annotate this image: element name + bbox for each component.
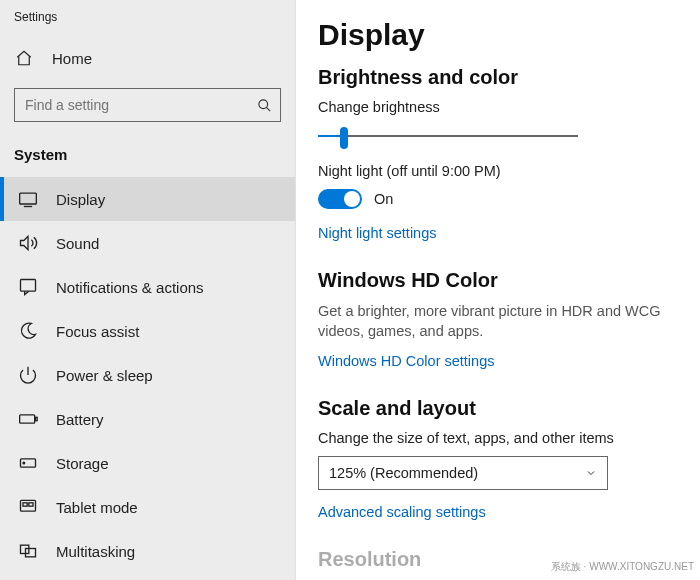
svg-rect-7 — [20, 415, 35, 423]
slider-thumb[interactable] — [340, 127, 348, 149]
display-icon — [18, 189, 38, 209]
heading-brightness-color: Brightness and color — [318, 66, 680, 89]
link-hd-color-settings[interactable]: Windows HD Color settings — [318, 353, 494, 369]
svg-rect-2 — [20, 193, 37, 204]
heading-hd-color: Windows HD Color — [318, 269, 680, 292]
svg-point-0 — [259, 99, 268, 108]
nav-item-label: Multitasking — [56, 543, 135, 560]
nav-item-focus-assist[interactable]: Focus assist — [0, 309, 295, 353]
tablet-icon — [18, 497, 38, 517]
link-advanced-scaling[interactable]: Advanced scaling settings — [318, 504, 486, 520]
app-title: Settings — [0, 6, 295, 38]
hd-color-description: Get a brighter, more vibrant picture in … — [318, 302, 680, 341]
chevron-down-icon — [585, 467, 597, 479]
nav-item-label: Battery — [56, 411, 104, 428]
svg-line-1 — [266, 107, 270, 111]
night-light-toggle-state: On — [374, 191, 393, 207]
heading-scale-layout: Scale and layout — [318, 397, 680, 420]
nav-item-notifications[interactable]: Notifications & actions — [0, 265, 295, 309]
scale-dropdown[interactable]: 125% (Recommended) — [318, 456, 608, 490]
power-icon — [18, 365, 38, 385]
focus-assist-icon — [18, 321, 38, 341]
label-change-brightness: Change brightness — [318, 99, 680, 115]
nav-item-label: Focus assist — [56, 323, 139, 340]
nav-item-label: Storage — [56, 455, 109, 472]
nav-item-storage[interactable]: Storage — [0, 441, 295, 485]
svg-point-10 — [23, 462, 25, 464]
home-icon — [14, 48, 34, 68]
scale-dropdown-value: 125% (Recommended) — [329, 465, 478, 481]
settings-sidebar: Settings Home System Display Sound — [0, 0, 296, 580]
link-night-light-settings[interactable]: Night light settings — [318, 225, 436, 241]
search-icon — [257, 98, 272, 113]
label-night-light: Night light (off until 9:00 PM) — [318, 163, 680, 179]
svg-marker-4 — [21, 236, 29, 249]
search-box[interactable] — [14, 88, 281, 122]
svg-rect-12 — [23, 503, 27, 506]
battery-icon — [18, 409, 38, 429]
svg-rect-8 — [36, 417, 38, 420]
nav-item-label: Tablet mode — [56, 499, 138, 516]
svg-rect-15 — [26, 549, 36, 557]
nav-item-multitasking[interactable]: Multitasking — [0, 529, 295, 573]
sound-icon — [18, 233, 38, 253]
search-input[interactable] — [25, 97, 257, 113]
notifications-icon — [18, 277, 38, 297]
brightness-slider[interactable] — [318, 125, 578, 149]
svg-rect-5 — [21, 280, 36, 292]
settings-main: Display Brightness and color Change brig… — [296, 0, 700, 580]
section-label-system: System — [0, 136, 295, 177]
page-title: Display — [318, 18, 680, 52]
multitasking-icon — [18, 541, 38, 561]
nav-item-power-sleep[interactable]: Power & sleep — [0, 353, 295, 397]
nav-item-label: Sound — [56, 235, 99, 252]
nav-item-label: Display — [56, 191, 105, 208]
slider-track — [318, 135, 578, 137]
nav-item-tablet-mode[interactable]: Tablet mode — [0, 485, 295, 529]
nav-item-battery[interactable]: Battery — [0, 397, 295, 441]
nav-item-sound[interactable]: Sound — [0, 221, 295, 265]
nav-item-label: Notifications & actions — [56, 279, 204, 296]
toggle-knob — [344, 191, 360, 207]
night-light-toggle[interactable] — [318, 189, 362, 209]
watermark: 系统族 · WWW.XITONGZU.NET — [551, 560, 694, 574]
nav-home[interactable]: Home — [0, 38, 295, 78]
nav-home-label: Home — [52, 50, 92, 67]
svg-rect-14 — [21, 545, 29, 553]
nav-item-display[interactable]: Display — [0, 177, 295, 221]
nav-item-label: Power & sleep — [56, 367, 153, 384]
svg-rect-13 — [29, 503, 33, 506]
storage-icon — [18, 453, 38, 473]
label-scale: Change the size of text, apps, and other… — [318, 430, 680, 446]
